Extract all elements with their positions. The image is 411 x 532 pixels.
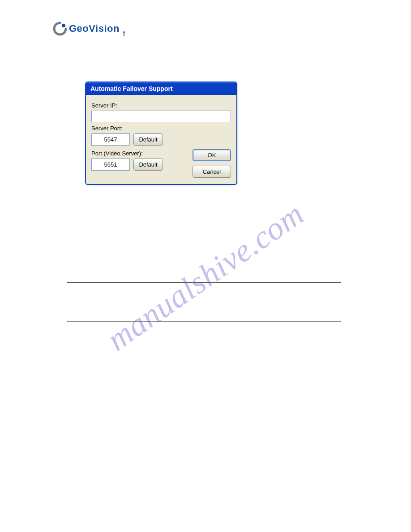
horizontal-rule xyxy=(67,322,341,322)
server-port-input[interactable] xyxy=(91,133,130,146)
video-port-label: Port (Video Server): xyxy=(91,150,184,157)
horizontal-rule xyxy=(67,282,341,283)
dialog-titlebar: Automatic Failover Support xyxy=(86,82,236,95)
svg-point-0 xyxy=(62,24,65,27)
server-port-label: Server Port: xyxy=(91,125,231,132)
video-port-default-button[interactable]: Default xyxy=(133,159,163,171)
dialog-body: Server IP: Server Port: Default Port (Vi… xyxy=(86,95,236,184)
server-ip-input[interactable] xyxy=(91,111,231,122)
logo-text: GeoVision xyxy=(69,23,120,34)
logo-text-geo: Geo xyxy=(69,23,89,34)
logo-text-inc: inc xyxy=(122,31,126,36)
failover-dialog: Automatic Failover Support Server IP: Se… xyxy=(85,82,237,185)
cancel-button[interactable]: Cancel xyxy=(193,166,231,178)
brand-logo: GeoVision inc xyxy=(53,21,126,36)
video-port-input[interactable] xyxy=(91,159,130,171)
logo-mark-icon xyxy=(53,21,67,36)
watermark-text: manualshive.com xyxy=(100,195,311,358)
ok-button[interactable]: OK xyxy=(193,149,231,161)
server-port-default-button[interactable]: Default xyxy=(133,133,163,146)
server-ip-label: Server IP: xyxy=(91,102,231,109)
logo-text-vision: Vision xyxy=(89,23,120,34)
